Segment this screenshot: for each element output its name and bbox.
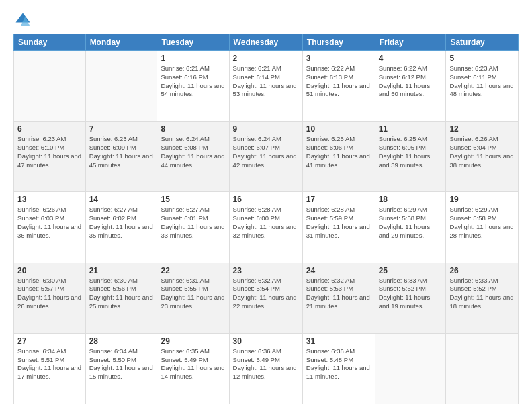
calendar-day: 7Sunrise: 6:23 AM Sunset: 6:09 PM Daylig…	[85, 122, 157, 192]
weekday-header: Friday	[375, 34, 446, 51]
day-number: 4	[379, 54, 443, 63]
calendar-day: 29Sunrise: 6:35 AM Sunset: 5:49 PM Dayli…	[157, 333, 229, 404]
calendar-week-row: 6Sunrise: 6:23 AM Sunset: 6:10 PM Daylig…	[14, 122, 519, 192]
calendar-day: 18Sunrise: 6:29 AM Sunset: 5:58 PM Dayli…	[375, 192, 446, 263]
calendar-day: 8Sunrise: 6:24 AM Sunset: 6:08 PM Daylig…	[157, 122, 229, 192]
weekday-header: Tuesday	[157, 34, 229, 51]
weekday-header: Thursday	[302, 34, 375, 51]
calendar-day: 21Sunrise: 6:30 AM Sunset: 5:56 PM Dayli…	[85, 263, 157, 333]
calendar-day	[375, 333, 446, 404]
calendar-day: 5Sunrise: 6:23 AM Sunset: 6:11 PM Daylig…	[446, 51, 519, 122]
calendar-day: 3Sunrise: 6:22 AM Sunset: 6:13 PM Daylig…	[302, 51, 375, 122]
calendar-day: 9Sunrise: 6:24 AM Sunset: 6:07 PM Daylig…	[229, 122, 302, 192]
day-number: 15	[161, 195, 225, 204]
day-number: 19	[449, 195, 515, 204]
day-number: 3	[306, 54, 371, 63]
day-detail: Sunrise: 6:23 AM Sunset: 6:09 PM Dayligh…	[89, 135, 154, 169]
day-number: 7	[89, 124, 154, 134]
day-detail: Sunrise: 6:31 AM Sunset: 5:55 PM Dayligh…	[161, 277, 225, 311]
day-number: 5	[449, 54, 515, 63]
calendar-day: 22Sunrise: 6:31 AM Sunset: 5:55 PM Dayli…	[157, 263, 229, 333]
header	[13, 11, 519, 30]
weekday-header-row: SundayMondayTuesdayWednesdayThursdayFrid…	[14, 34, 519, 51]
day-number: 20	[17, 266, 82, 275]
svg-marker-0	[16, 13, 30, 23]
calendar-day: 20Sunrise: 6:30 AM Sunset: 5:57 PM Dayli…	[14, 263, 86, 333]
day-detail: Sunrise: 6:36 AM Sunset: 5:49 PM Dayligh…	[233, 347, 299, 381]
day-number: 24	[306, 266, 371, 275]
calendar-day: 4Sunrise: 6:22 AM Sunset: 6:12 PM Daylig…	[375, 51, 446, 122]
day-detail: Sunrise: 6:22 AM Sunset: 6:12 PM Dayligh…	[379, 64, 443, 99]
calendar-day: 1Sunrise: 6:21 AM Sunset: 6:16 PM Daylig…	[157, 51, 229, 122]
page: SundayMondayTuesdayWednesdayThursdayFrid…	[0, 0, 532, 411]
calendar-day: 6Sunrise: 6:23 AM Sunset: 6:10 PM Daylig…	[14, 122, 86, 192]
day-detail: Sunrise: 6:24 AM Sunset: 6:07 PM Dayligh…	[233, 135, 299, 169]
day-detail: Sunrise: 6:34 AM Sunset: 5:50 PM Dayligh…	[89, 347, 154, 381]
calendar-day: 27Sunrise: 6:34 AM Sunset: 5:51 PM Dayli…	[14, 333, 86, 404]
day-detail: Sunrise: 6:25 AM Sunset: 6:06 PM Dayligh…	[306, 135, 371, 169]
calendar-day: 13Sunrise: 6:26 AM Sunset: 6:03 PM Dayli…	[14, 192, 86, 263]
day-detail: Sunrise: 6:28 AM Sunset: 6:00 PM Dayligh…	[233, 205, 299, 240]
day-number: 27	[17, 336, 82, 346]
weekday-header: Sunday	[14, 34, 86, 51]
calendar-day: 19Sunrise: 6:29 AM Sunset: 5:58 PM Dayli…	[446, 192, 519, 263]
calendar-day: 24Sunrise: 6:32 AM Sunset: 5:53 PM Dayli…	[302, 263, 375, 333]
day-detail: Sunrise: 6:23 AM Sunset: 6:10 PM Dayligh…	[17, 135, 82, 169]
day-number: 17	[306, 195, 371, 204]
day-detail: Sunrise: 6:30 AM Sunset: 5:56 PM Dayligh…	[89, 277, 154, 311]
day-detail: Sunrise: 6:30 AM Sunset: 5:57 PM Dayligh…	[17, 277, 82, 311]
day-detail: Sunrise: 6:35 AM Sunset: 5:49 PM Dayligh…	[161, 347, 225, 381]
day-number: 23	[233, 266, 299, 275]
day-detail: Sunrise: 6:28 AM Sunset: 5:59 PM Dayligh…	[306, 205, 371, 240]
calendar-day: 12Sunrise: 6:26 AM Sunset: 6:04 PM Dayli…	[446, 122, 519, 192]
calendar-day: 31Sunrise: 6:36 AM Sunset: 5:48 PM Dayli…	[302, 333, 375, 404]
day-detail: Sunrise: 6:34 AM Sunset: 5:51 PM Dayligh…	[17, 347, 82, 381]
day-number: 11	[379, 124, 443, 134]
day-number: 14	[89, 195, 154, 204]
day-detail: Sunrise: 6:33 AM Sunset: 5:52 PM Dayligh…	[449, 277, 515, 311]
logo	[13, 11, 34, 30]
day-detail: Sunrise: 6:23 AM Sunset: 6:11 PM Dayligh…	[449, 64, 515, 99]
calendar-day	[14, 51, 86, 122]
calendar-day: 16Sunrise: 6:28 AM Sunset: 6:00 PM Dayli…	[229, 192, 302, 263]
day-number: 22	[161, 266, 225, 275]
calendar-day: 23Sunrise: 6:32 AM Sunset: 5:54 PM Dayli…	[229, 263, 302, 333]
weekday-header: Monday	[85, 34, 157, 51]
calendar-day: 10Sunrise: 6:25 AM Sunset: 6:06 PM Dayli…	[302, 122, 375, 192]
calendar-table: SundayMondayTuesdayWednesdayThursdayFrid…	[13, 34, 519, 404]
day-detail: Sunrise: 6:24 AM Sunset: 6:08 PM Dayligh…	[161, 135, 225, 169]
day-number: 28	[89, 336, 154, 346]
calendar-day: 30Sunrise: 6:36 AM Sunset: 5:49 PM Dayli…	[229, 333, 302, 404]
calendar-day	[85, 51, 157, 122]
day-detail: Sunrise: 6:22 AM Sunset: 6:13 PM Dayligh…	[306, 64, 371, 99]
calendar-week-row: 20Sunrise: 6:30 AM Sunset: 5:57 PM Dayli…	[14, 263, 519, 333]
logo-icon	[13, 11, 32, 30]
day-detail: Sunrise: 6:27 AM Sunset: 6:01 PM Dayligh…	[161, 205, 225, 240]
day-number: 16	[233, 195, 299, 204]
calendar-day: 2Sunrise: 6:21 AM Sunset: 6:14 PM Daylig…	[229, 51, 302, 122]
day-detail: Sunrise: 6:26 AM Sunset: 6:04 PM Dayligh…	[449, 135, 515, 169]
day-number: 10	[306, 124, 371, 134]
weekday-header: Saturday	[446, 34, 519, 51]
day-number: 6	[17, 124, 82, 134]
day-number: 29	[161, 336, 225, 346]
calendar-day: 15Sunrise: 6:27 AM Sunset: 6:01 PM Dayli…	[157, 192, 229, 263]
calendar-day: 11Sunrise: 6:25 AM Sunset: 6:05 PM Dayli…	[375, 122, 446, 192]
calendar-day: 28Sunrise: 6:34 AM Sunset: 5:50 PM Dayli…	[85, 333, 157, 404]
day-detail: Sunrise: 6:27 AM Sunset: 6:02 PM Dayligh…	[89, 205, 154, 240]
day-detail: Sunrise: 6:29 AM Sunset: 5:58 PM Dayligh…	[379, 205, 443, 240]
calendar-day: 25Sunrise: 6:33 AM Sunset: 5:52 PM Dayli…	[375, 263, 446, 333]
day-number: 2	[233, 54, 299, 63]
calendar-day: 17Sunrise: 6:28 AM Sunset: 5:59 PM Dayli…	[302, 192, 375, 263]
day-detail: Sunrise: 6:21 AM Sunset: 6:16 PM Dayligh…	[161, 64, 225, 99]
day-detail: Sunrise: 6:25 AM Sunset: 6:05 PM Dayligh…	[379, 135, 443, 169]
day-detail: Sunrise: 6:21 AM Sunset: 6:14 PM Dayligh…	[233, 64, 299, 99]
day-number: 1	[161, 54, 225, 63]
day-number: 31	[306, 336, 371, 346]
day-detail: Sunrise: 6:29 AM Sunset: 5:58 PM Dayligh…	[449, 205, 515, 240]
day-number: 25	[379, 266, 443, 275]
calendar-week-row: 13Sunrise: 6:26 AM Sunset: 6:03 PM Dayli…	[14, 192, 519, 263]
day-number: 12	[449, 124, 515, 134]
day-detail: Sunrise: 6:33 AM Sunset: 5:52 PM Dayligh…	[379, 277, 443, 311]
day-number: 18	[379, 195, 443, 204]
